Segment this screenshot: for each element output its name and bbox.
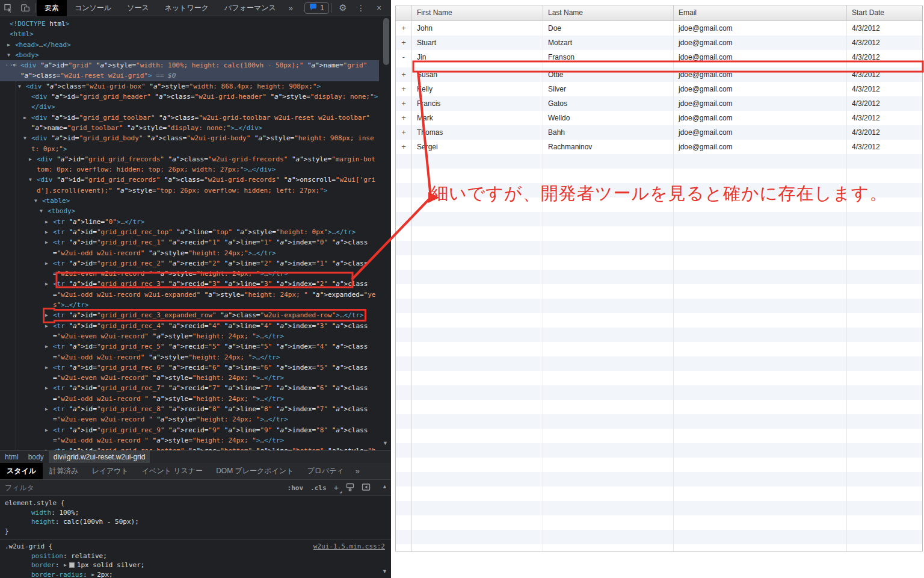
dom-tree-node[interactable]: ▼<body> xyxy=(0,50,379,60)
dom-tree-node[interactable]: <!DOCTYPE html> xyxy=(0,19,379,29)
expand-open-icon[interactable]: ▼ xyxy=(40,206,48,216)
expand-closed-icon[interactable]: ▶ xyxy=(45,341,53,352)
expand-toggle[interactable]: - xyxy=(396,50,412,64)
css-property-line[interactable]: position: relative; xyxy=(5,552,386,561)
styles-tab-computed[interactable]: 計算済み xyxy=(43,463,85,479)
styles-tab-styles[interactable]: スタイル xyxy=(0,463,43,479)
expand-toggle[interactable]: + xyxy=(396,140,412,154)
column-header-email[interactable]: Email xyxy=(674,5,847,20)
dom-tree-node[interactable]: ▶<tr "a">id="grid_grid_rec_9" "a">recid=… xyxy=(0,425,379,446)
expand-open-icon[interactable]: ▼ xyxy=(34,196,42,206)
expand-toggle[interactable]: + xyxy=(396,21,412,36)
console-messages-button[interactable]: 1 xyxy=(304,2,329,14)
dom-tree-node[interactable]: ▶<tr "a">id="grid_grid_rec_5" "a">recid=… xyxy=(0,341,379,362)
css-selector-line[interactable]: element.style { xyxy=(5,499,386,508)
color-swatch[interactable] xyxy=(69,562,75,568)
adorner-dots[interactable]: ··· xyxy=(5,60,19,70)
expand-closed-icon[interactable]: ▶ xyxy=(23,113,31,123)
table-row[interactable]: +SergeiRachmaninovjdoe@gmail.com4/3/2012 xyxy=(396,140,922,154)
css-property-line[interactable]: border-radius: ▶2px; xyxy=(5,570,386,578)
dom-tree-node[interactable]: ▶<tr "a">id="grid_grid_rec_4" "a">recid=… xyxy=(0,321,379,342)
computed-sidebar-toggle-icon[interactable] xyxy=(362,483,371,493)
expand-closed-icon[interactable]: ▶ xyxy=(45,237,53,247)
tab-sources[interactable]: ソース xyxy=(119,0,157,16)
breadcrumb-item[interactable]: body xyxy=(23,451,49,463)
dom-tree-node[interactable]: ▶<tr "a">id="grid_grid_rec_bottom" "a">r… xyxy=(0,446,379,450)
dom-tree-node[interactable]: ▶<tr "a">id="grid_grid_rec_3_expanded_ro… xyxy=(0,310,379,320)
table-row[interactable]: +StuartMotzartjdoe@gmail.com4/3/2012 xyxy=(396,36,922,50)
expand-toggle[interactable]: + xyxy=(396,96,412,111)
table-row[interactable]: +SusanOttiejdoe@gmail.com4/3/2012 xyxy=(396,67,922,82)
dom-tree-node[interactable]: ▶<tr "a">id="grid_grid_rec_3" "a">recid=… xyxy=(0,279,379,310)
dom-tree-node[interactable]: ▶<tr "a">id="grid_grid_rec_2" "a">recid=… xyxy=(0,258,379,279)
expand-closed-icon[interactable]: ▶ xyxy=(45,383,53,393)
expand-closed-icon[interactable]: ▶ xyxy=(45,258,53,269)
styles-tab-layout[interactable]: レイアウト xyxy=(85,463,135,479)
dom-tree-node[interactable]: ▼<div "a">id="grid_grid_body" "a">class=… xyxy=(0,133,379,154)
expand-closed-icon[interactable]: ▶ xyxy=(45,227,53,237)
dom-tree-node[interactable]: <div "a">id="grid_grid_header" "a">class… xyxy=(0,92,379,113)
tab-console[interactable]: コンソール xyxy=(67,0,119,16)
expand-closed-icon[interactable]: ▶ xyxy=(45,217,53,227)
column-header-first-name[interactable]: First Name xyxy=(412,5,543,20)
styles-tab-event-listeners[interactable]: イベント リスナー xyxy=(135,463,209,479)
expand-toggle[interactable]: + xyxy=(396,67,412,82)
table-row[interactable]: +FrancisGatosjdoe@gmail.com4/3/2012 xyxy=(396,96,922,111)
dom-tree-node[interactable]: ▼<div "a">id="grid_grid_records" "a">cla… xyxy=(0,175,379,196)
expand-closed-icon[interactable]: ▶ xyxy=(45,446,53,450)
styles-scroll-up-icon[interactable]: ▲ xyxy=(382,483,387,489)
breadcrumb-item[interactable]: div#grid.w2ui-reset.w2ui-grid xyxy=(49,451,150,463)
dom-tree-node[interactable]: ▶<tr "a">id="grid_grid_rec_6" "a">recid=… xyxy=(0,362,379,384)
dom-tree-node[interactable]: ▶<tr "a">id="grid_grid_rec_8" "a">recid=… xyxy=(0,404,379,425)
expand-closed-icon[interactable]: ▶ xyxy=(45,362,53,373)
dom-tree-node[interactable]: ▶<div "a">id="grid_grid_toolbar" "a">cla… xyxy=(0,113,379,134)
breadcrumb-item[interactable]: html xyxy=(0,451,23,463)
expand-open-icon[interactable]: ▼ xyxy=(29,175,37,185)
expand-open-icon[interactable]: ▼ xyxy=(23,133,31,143)
table-row[interactable]: +JohnDoejdoe@gmail.com4/3/2012 xyxy=(396,21,922,36)
close-devtools-icon[interactable]: × xyxy=(371,0,387,16)
dom-tree-node[interactable]: ▶<tr "a">id="grid_grid_rec_1" "a">recid=… xyxy=(0,237,379,258)
tab-network[interactable]: ネットワーク xyxy=(157,0,217,16)
table-row[interactable]: +KellySilverjdoe@gmail.com4/3/2012 xyxy=(396,82,922,96)
expand-open-icon[interactable]: ▼ xyxy=(18,81,26,92)
expand-closed-icon[interactable]: ▶ xyxy=(45,279,53,289)
dom-tree-node[interactable]: ▶<div "a">id="grid_grid_frecords" "a">cl… xyxy=(0,154,379,175)
toggle-element-state-button[interactable]: :hov xyxy=(288,484,304,492)
inspect-element-icon[interactable] xyxy=(0,0,17,16)
expand-toggle[interactable]: + xyxy=(396,82,412,96)
more-tabs-button[interactable]: » xyxy=(284,4,298,13)
expand-toggle[interactable]: + xyxy=(396,36,412,50)
dom-tree-node[interactable]: ▼<table> xyxy=(0,196,379,206)
dom-tree-node[interactable]: ▶<tr "a">id="grid_grid_rec_top" "a">line… xyxy=(0,227,379,237)
rendering-emulation-icon[interactable] xyxy=(346,483,354,493)
device-toolbar-icon[interactable] xyxy=(17,0,34,16)
dom-tree-node[interactable]: ▼<tbody> xyxy=(0,206,379,216)
expand-closed-icon[interactable]: ▶ xyxy=(29,154,37,164)
expand-closed-icon[interactable]: ▶ xyxy=(45,321,53,331)
kebab-menu-icon[interactable]: ⋮ xyxy=(353,0,369,16)
settings-gear-icon[interactable]: ⚙ xyxy=(334,0,351,16)
table-row[interactable]: +MarkWelldojdoe@gmail.com4/3/2012 xyxy=(396,111,922,125)
column-header-start-date[interactable]: Start Date xyxy=(847,5,922,20)
styles-tab-properties[interactable]: プロパティ xyxy=(300,463,350,479)
tree-scrollbar-thumb[interactable] xyxy=(383,18,389,65)
dom-tree-node[interactable]: ▶<head>…</head> xyxy=(0,40,379,50)
column-header-last-name[interactable]: Last Name xyxy=(543,5,674,20)
css-property-line[interactable]: height: calc(100vh - 50px); xyxy=(5,517,386,527)
tab-performance[interactable]: パフォーマンス xyxy=(217,0,284,16)
expand-toggle[interactable]: + xyxy=(396,125,412,140)
expand-closed-icon[interactable]: ▶ xyxy=(45,425,53,435)
expand-closed-icon[interactable]: ▶ xyxy=(7,40,15,50)
expand-closed-icon[interactable]: ▶ xyxy=(45,404,53,414)
dom-tree-node[interactable]: ▼<div "a">class="w2ui-grid-box" "a">styl… xyxy=(0,81,379,92)
stylesheet-link[interactable]: w2ui-1.5.min.css:2 xyxy=(313,542,385,552)
table-row[interactable]: +ThomasBahhjdoe@gmail.com4/3/2012 xyxy=(396,125,922,140)
expand-open-icon[interactable]: ▼ xyxy=(7,50,15,60)
css-property-line[interactable]: width: 100%; xyxy=(5,508,386,518)
styles-tab-dom-breakpoints[interactable]: DOM ブレークポイント xyxy=(209,463,300,479)
filter-input[interactable]: フィルタ xyxy=(5,483,34,493)
value-expand-icon[interactable]: ▶ xyxy=(64,562,67,568)
table-row[interactable]: -JinFransonjdoe@gmail.com4/3/2012 xyxy=(396,50,922,64)
styles-more-tabs-button[interactable]: » xyxy=(351,463,365,479)
